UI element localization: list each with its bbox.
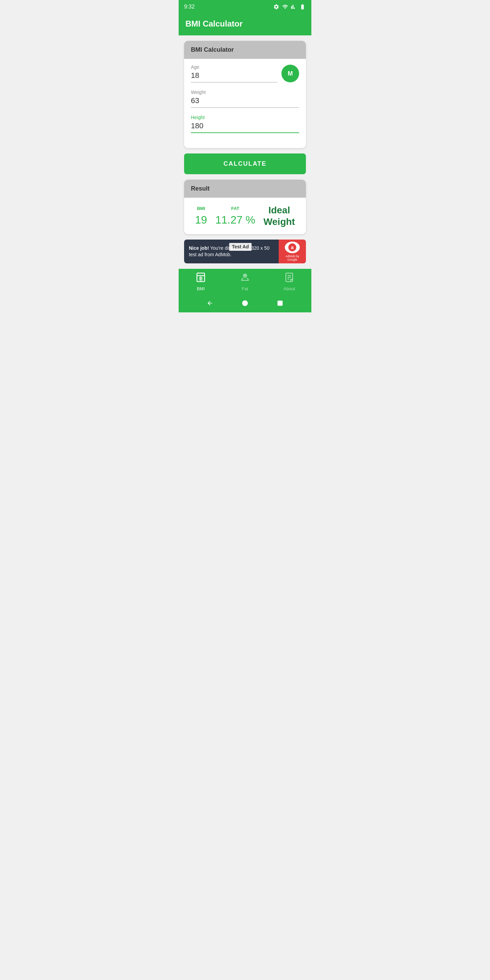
nav-item-fat[interactable]: Fat [223, 272, 267, 291]
ad-test-label: Test Ad [229, 243, 251, 251]
admob-logo: a [285, 242, 300, 253]
bottom-nav: BMI Fat About [179, 269, 311, 294]
svg-point-9 [244, 275, 246, 276]
svg-point-14 [242, 301, 248, 306]
age-field-group: Age M [191, 64, 299, 83]
weight-field-group: Weight [191, 89, 299, 108]
fat-nav-icon [240, 272, 250, 285]
bmi-result-value: 19 [195, 214, 207, 226]
bmi-nav-icon [196, 272, 206, 285]
about-nav-icon [284, 272, 294, 285]
status-bar: 9:32 [179, 0, 311, 14]
svg-text:a: a [291, 245, 294, 250]
fat-result-col: FAT 11.27 % [215, 206, 255, 226]
bmi-card-header: BMI Calculator [184, 41, 306, 59]
ad-logo-area: a AdMob by Google [279, 240, 306, 263]
calculator-icon [196, 272, 206, 282]
weight-label: Weight [191, 89, 299, 95]
bmi-result-label: BMI [195, 206, 207, 211]
age-input[interactable] [191, 71, 277, 83]
result-card-body: BMI 19 FAT 11.27 % IdealWeight [184, 198, 306, 234]
admob-icon: a [288, 243, 297, 252]
status-time: 9:32 [184, 4, 195, 10]
gender-button[interactable]: M [282, 65, 299, 82]
fat-icon [240, 272, 250, 282]
recent-button[interactable] [275, 298, 285, 308]
age-field-row: Age M [191, 64, 299, 83]
age-label: Age [191, 64, 277, 70]
about-icon [284, 272, 294, 282]
nav-label-about: About [283, 286, 295, 291]
main-content: BMI Calculator Age M Weight Hei [179, 35, 311, 269]
result-card-header: Result [184, 180, 306, 198]
svg-rect-15 [278, 301, 283, 306]
status-result-value: IdealWeight [263, 205, 295, 227]
back-icon [207, 300, 213, 307]
app-bar-title: BMI Calculator [185, 19, 243, 28]
status-icons [273, 4, 306, 10]
home-button[interactable] [240, 298, 250, 308]
bmi-card-body: Age M Weight Height [184, 59, 306, 148]
age-input-container: Age [191, 64, 277, 83]
bmi-result-col: BMI 19 [195, 206, 207, 226]
battery-icon [299, 4, 306, 10]
nav-item-bmi[interactable]: BMI [179, 272, 223, 291]
height-label: Height [191, 115, 299, 120]
settings-icon [273, 4, 279, 10]
bmi-calculator-card: BMI Calculator Age M Weight Hei [184, 41, 306, 148]
height-field-group: Height [191, 115, 299, 133]
wifi-icon [282, 4, 288, 10]
fat-result-value: 11.27 % [215, 214, 255, 226]
ad-text-area: Test Ad Nice job! You're displaying a 32… [184, 242, 279, 262]
nav-label-fat: Fat [242, 286, 248, 291]
nav-label-bmi: BMI [197, 286, 205, 291]
recent-icon [277, 300, 283, 307]
nav-item-about[interactable]: About [267, 272, 311, 291]
weight-input[interactable] [191, 96, 299, 108]
back-button[interactable] [205, 298, 215, 308]
app-bar: BMI Calculator [179, 14, 311, 35]
bmi-card-title: BMI Calculator [191, 46, 234, 53]
calculate-button[interactable]: CALCULATE [184, 153, 306, 174]
result-card-title: Result [191, 185, 210, 192]
height-input[interactable] [191, 121, 299, 133]
result-card: Result BMI 19 FAT 11.27 % IdealWeight [184, 180, 306, 234]
system-nav-bar [179, 294, 311, 312]
status-result-col: IdealWeight [263, 205, 295, 227]
home-icon [242, 300, 248, 307]
signal-icon [291, 4, 296, 10]
ad-banner: Test Ad Nice job! You're displaying a 32… [184, 240, 306, 263]
ad-bold-text: Nice job! [189, 245, 209, 251]
ad-logo-text: AdMob by Google [281, 255, 304, 261]
fat-result-label: FAT [215, 206, 255, 211]
